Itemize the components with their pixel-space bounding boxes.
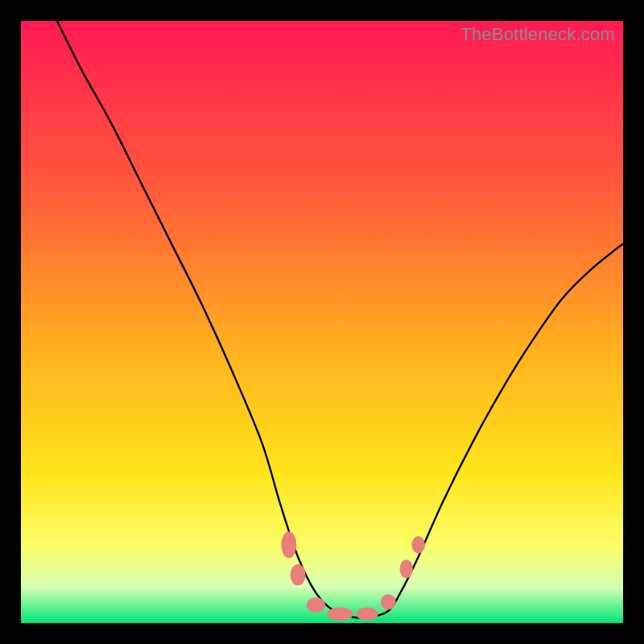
marker-point (399, 559, 412, 578)
marker-point (357, 608, 378, 621)
chart-frame: TheBottleneck.com (0, 0, 644, 644)
plot-area: TheBottleneck.com (21, 21, 623, 623)
marker-point (411, 536, 424, 553)
marker-point (327, 608, 353, 621)
marker-point (381, 594, 396, 609)
attribution-watermark: TheBottleneck.com (460, 24, 615, 45)
gradient-background (21, 21, 623, 623)
marker-point (307, 597, 325, 613)
marker-point (281, 531, 296, 558)
marker-point (291, 564, 306, 585)
plot-svg (21, 21, 623, 623)
